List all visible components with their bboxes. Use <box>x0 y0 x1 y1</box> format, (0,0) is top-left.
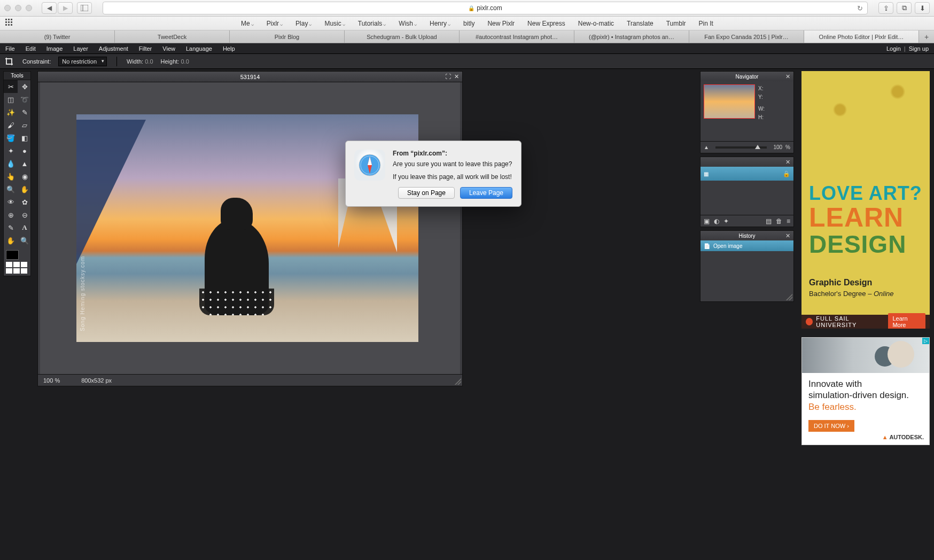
picker-tool[interactable]: ✎ <box>4 221 18 234</box>
zoom-out-icon[interactable]: ▲ <box>704 144 709 150</box>
eraser-tool[interactable]: ▱ <box>18 119 32 131</box>
more-icon[interactable]: ≡ <box>787 217 790 225</box>
close-window[interactable] <box>4 5 11 11</box>
bookmark-item[interactable]: New Express <box>527 20 565 27</box>
signup-link[interactable]: Sign up <box>909 45 929 52</box>
address-bar[interactable]: 🔒 pixlr.com ↻ <box>103 2 868 14</box>
pinch-tool[interactable]: ⊖ <box>18 208 32 221</box>
browser-tab[interactable]: Fan Expo Canada 2015 | Pixlr… <box>689 30 804 43</box>
forward-button[interactable]: ▶ <box>58 2 73 14</box>
type-tool[interactable]: A <box>18 221 32 234</box>
back-button[interactable]: ◀ <box>42 2 57 14</box>
minimize-window[interactable] <box>15 5 21 11</box>
menu-edit[interactable]: Edit <box>26 45 36 52</box>
zoom-tool[interactable]: 🔍 <box>18 234 32 247</box>
browser-tab[interactable]: TweetDeck <box>115 30 230 43</box>
menu-filter[interactable]: Filter <box>139 45 152 52</box>
close-icon[interactable]: ✕ <box>454 73 459 80</box>
new-layer-icon[interactable]: ▣ <box>704 217 710 225</box>
bookmark-item[interactable]: New-o-matic <box>578 20 614 27</box>
close-icon[interactable]: ✕ <box>785 73 790 80</box>
new-tab-button[interactable]: + <box>919 30 934 43</box>
stay-on-page-button[interactable]: Stay on Page <box>398 187 455 199</box>
bloat-tool[interactable]: ⊕ <box>4 208 18 221</box>
browser-tab[interactable]: Online Photo Editor | Pixlr Edit… <box>804 30 919 43</box>
marquee-tool[interactable]: ◫ <box>4 93 18 106</box>
trash-icon[interactable]: 🗑 <box>776 217 782 225</box>
browser-tab[interactable]: Pixlr Blog <box>230 30 345 43</box>
menu-view[interactable]: View <box>162 45 175 52</box>
bookmark-item[interactable]: Music⌵ <box>324 20 345 27</box>
bookmark-item[interactable]: bitly <box>463 20 474 27</box>
foreground-color[interactable] <box>6 250 19 260</box>
share-button[interactable]: ⇪ <box>878 2 893 14</box>
menu-language[interactable]: Language <box>186 45 212 52</box>
bookmark-item[interactable]: Tutorials⌵ <box>358 20 386 27</box>
bookmark-item[interactable]: New Pixlr <box>487 20 515 27</box>
tabs-button[interactable]: ⧉ <box>897 2 912 14</box>
bookmark-item[interactable]: Henry⌵ <box>430 20 450 27</box>
bookmark-item[interactable]: Pixlr⌵ <box>267 20 283 27</box>
ad-fullsail[interactable]: LOVE ART? LEARN DESIGN Graphic Design Ba… <box>801 71 930 329</box>
mask-icon[interactable]: ◐ <box>714 217 719 225</box>
clone-tool[interactable]: ✦ <box>4 144 18 157</box>
login-link[interactable]: Login <box>886 45 901 52</box>
learn-more-button[interactable]: Learn More <box>888 313 925 329</box>
swatch-grid[interactable] <box>6 262 28 274</box>
maximize-icon[interactable]: ⛶ <box>445 73 451 80</box>
layer-settings-icon[interactable]: ▤ <box>766 217 772 225</box>
sharpen-tool[interactable]: ▲ <box>18 157 32 170</box>
close-icon[interactable]: ✕ <box>785 232 790 239</box>
adchoices-icon[interactable]: ▷ <box>922 338 929 344</box>
resize-handle[interactable] <box>455 378 461 385</box>
sponge-tool[interactable]: ◉ <box>18 170 32 183</box>
leave-page-button[interactable]: Leave Page <box>460 187 512 199</box>
reload-icon[interactable]: ↻ <box>857 4 863 12</box>
lock-icon[interactable]: 🔒 <box>783 170 790 177</box>
stamp-tool[interactable]: ● <box>18 144 32 157</box>
history-item[interactable]: 📄 Open image <box>700 240 793 251</box>
blur-tool[interactable]: 💧 <box>4 157 18 170</box>
lasso-tool[interactable]: ➰ <box>18 93 32 106</box>
do-it-now-button[interactable]: DO IT NOW <box>808 420 854 432</box>
menu-layer[interactable]: Layer <box>73 45 88 52</box>
wand-tool[interactable]: ✨ <box>4 106 18 119</box>
bookmark-item[interactable]: Play⌵ <box>295 20 312 27</box>
canvas[interactable]: Song Heming stocksy.com <box>40 82 460 374</box>
bookmark-item[interactable]: Me⌵ <box>241 20 254 27</box>
bucket-tool[interactable]: 🪣 <box>4 131 18 144</box>
dodge-tool[interactable]: 🔍 <box>4 183 18 196</box>
menu-file[interactable]: File <box>5 45 15 52</box>
bookmark-item[interactable]: Translate <box>627 20 653 27</box>
browser-tab[interactable]: (9) Twitter <box>0 30 115 43</box>
menu-adjustment[interactable]: Adjustment <box>99 45 128 52</box>
redeye-tool[interactable]: 👁 <box>4 196 18 208</box>
bookmark-item[interactable]: Tumblr <box>666 20 686 27</box>
zoom-slider[interactable] <box>715 146 767 149</box>
browser-tab[interactable]: (@pixlr) • Instagram photos an… <box>574 30 689 43</box>
sidebar-toggle[interactable] <box>77 2 92 14</box>
move-tool[interactable]: ✥ <box>18 80 32 93</box>
burn-tool[interactable]: ✋ <box>18 183 32 196</box>
downloads-button[interactable]: ⬇ <box>915 2 930 14</box>
brush-tool[interactable]: 🖌 <box>4 119 18 131</box>
bookmark-item[interactable]: Wish⌵ <box>399 20 417 27</box>
pencil-tool[interactable]: ✎ <box>18 106 32 119</box>
hand-tool[interactable]: ✋ <box>4 234 18 247</box>
close-icon[interactable]: ✕ <box>785 159 790 166</box>
top-sites-icon[interactable] <box>5 19 15 28</box>
menu-image[interactable]: Image <box>46 45 63 52</box>
fx-icon[interactable]: ✦ <box>723 217 729 225</box>
browser-tab[interactable]: Schedugram - Bulk Upload <box>345 30 460 43</box>
menu-help[interactable]: Help <box>223 45 235 52</box>
crop-tool[interactable]: ✂ <box>4 80 18 93</box>
height-value[interactable]: 0.0 <box>181 58 189 65</box>
layer-row[interactable]: ▦ 🔒 <box>700 167 793 181</box>
document-titlebar[interactable]: 531914 ⛶ ✕ <box>38 72 462 82</box>
constraint-select[interactable]: No restriction <box>58 57 107 66</box>
bookmark-item[interactable]: Pin It <box>699 20 713 27</box>
browser-tab[interactable]: #autocontrast Instagram phot… <box>460 30 574 43</box>
zoom-window[interactable] <box>26 5 32 11</box>
smudge-tool[interactable]: 👆 <box>4 170 18 183</box>
resize-handle[interactable] <box>786 294 792 300</box>
